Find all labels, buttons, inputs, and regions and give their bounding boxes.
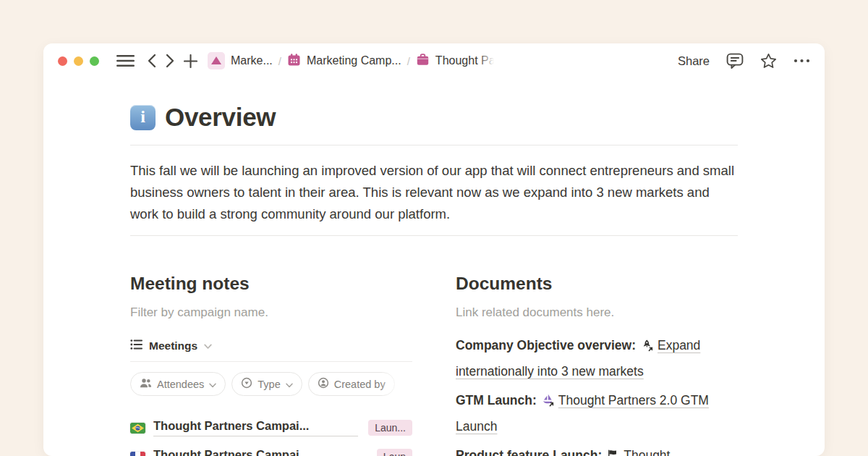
sailboat-icon [542,391,555,415]
new-page-icon[interactable] [184,54,197,68]
meeting-page-link[interactable]: Thought Partners Campai... [153,419,358,436]
status-badge: Laun [377,449,412,456]
window-topbar: Marke... / Marketing Camp... / Thought P… [43,43,825,78]
filter-label: Created by [334,379,386,390]
breadcrumb-thought-partners[interactable]: Thought Pa [416,53,495,69]
view-label: Meetings [149,339,197,352]
minimize-window-button[interactable] [74,56,83,66]
breadcrumb-separator: / [407,55,410,67]
info-emoji-icon [130,105,156,130]
topbar-actions: Share [678,53,810,69]
favorite-star-icon[interactable] [760,53,777,69]
filter-chips-row: Attendees Type [130,372,412,396]
briefcase-icon [416,53,430,69]
share-button[interactable]: Share [678,54,710,68]
meeting-notes-heading: Meeting notes [130,274,412,294]
divider [130,361,412,362]
sidebar-toggle-icon[interactable] [116,54,135,67]
list-view-icon [130,339,142,353]
divider [130,145,738,145]
divider [130,235,738,236]
meeting-page-link[interactable]: Thought Partners Campai [153,448,367,456]
meetings-view-selector[interactable]: Meetings [130,339,412,353]
meeting-row[interactable]: Thought Partners Campai Laun [130,448,412,456]
document-item: Company Objective overview: Expand inter… [456,334,738,384]
meeting-row[interactable]: Thought Partners Campai... Laun... [130,419,412,436]
select-icon [241,377,252,391]
filter-attendees[interactable]: Attendees [130,372,226,396]
calendar-icon [287,53,301,69]
filter-type[interactable]: Type [231,372,302,396]
back-icon[interactable] [147,54,156,68]
filter-label: Attendees [157,379,204,390]
meeting-notes-column: Meeting notes Filter by campaign name. M… [130,274,412,456]
filter-created-by[interactable]: Created by [308,372,395,396]
breadcrumb: Marke... / Marketing Camp... / Thought P… [208,52,495,69]
more-options-icon[interactable] [793,59,810,63]
meeting-notes-subtext: Filter by campaign name. [130,305,412,320]
documents-column: Documents Link related documents here. C… [456,274,738,456]
breadcrumb-label: Marke... [231,54,273,67]
filter-label: Type [258,379,280,390]
notion-window: Marke... / Marketing Camp... / Thought P… [43,43,825,456]
flag-icon [607,446,620,456]
zoom-window-button[interactable] [90,56,99,66]
rocket-icon [641,336,654,360]
documents-heading: Documents [456,274,738,294]
document-label: Company Objective overview: [456,338,636,352]
documents-subtext: Link related documents here. [456,305,738,320]
close-window-button[interactable] [58,56,67,66]
page-content: Overview This fall we will be launching … [43,103,825,456]
two-column-layout: Meeting notes Filter by campaign name. M… [130,274,738,456]
document-item: Product feature Launch: Thought [456,444,738,456]
forward-icon[interactable] [166,54,175,68]
people-icon [140,378,152,391]
france-flag-icon [130,452,145,456]
status-badge: Laun... [368,420,412,436]
meeting-list: Thought Partners Campai... Laun... Thoug… [130,419,412,456]
document-item: GTM Launch: Thought Partners 2.0 GTM Lau… [456,389,738,439]
breadcrumb-separator: / [278,55,281,67]
breadcrumb-workspace[interactable]: Marke... [208,52,273,69]
page-title: Overview [165,103,276,132]
brazil-flag-icon [130,423,145,434]
document-page-link[interactable]: Thought [624,448,670,456]
chevron-down-icon [286,379,293,390]
page-title-row: Overview [130,103,738,132]
intro-paragraph: This fall we will be launching an improv… [130,160,738,225]
breadcrumb-label: Thought Pa [435,54,495,67]
person-icon [318,377,329,391]
breadcrumb-marketing-campaigns[interactable]: Marketing Camp... [287,53,401,69]
chevron-down-icon [209,379,216,390]
breadcrumb-label: Marketing Camp... [307,54,401,67]
chevron-down-icon [204,339,212,352]
triangle-logo-icon [208,52,225,69]
document-label: Product feature Launch: [456,448,602,456]
traffic-lights [58,56,99,66]
document-label: GTM Launch: [456,393,537,408]
comments-icon[interactable] [726,53,744,69]
